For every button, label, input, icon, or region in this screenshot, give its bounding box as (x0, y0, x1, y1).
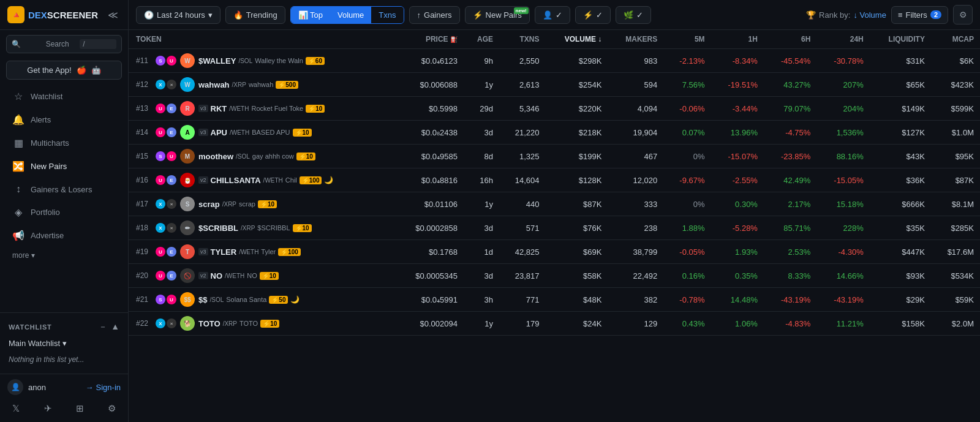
token-6h: 42.49% (764, 168, 816, 192)
sidebar-item-multicharts[interactable]: ▦ Multicharts (4, 132, 124, 154)
top-volume-txns-group: 📊 Top Volume Txns (290, 6, 404, 24)
token-makers: 12,020 (608, 168, 663, 192)
search-box[interactable]: 🔍 Search / (6, 35, 122, 53)
token-24h: -15.05% (816, 168, 869, 192)
top-button[interactable]: 📊 Top (291, 7, 330, 23)
portfolio-label: Portfolio (31, 208, 60, 217)
token-symbol: $$ (198, 295, 207, 304)
gainers-button[interactable]: ↑ Gainers (409, 6, 460, 24)
table-row[interactable]: #16 UE 🎅 v2 CHILLSANTA /WETH Chil ⚡100 🌙… (129, 168, 980, 192)
moon-icon: 🌙 (324, 176, 333, 184)
settings-icon[interactable]: ⚙ (104, 400, 121, 417)
sidebar-item-alerts[interactable]: 🔔 Alerts (4, 108, 124, 131)
more-label: more (12, 251, 29, 260)
table-row[interactable]: #15 SU M moothew /SOL gay ahhh cow ⚡10 $… (129, 145, 980, 168)
table-row[interactable]: #13 UE R v3 RKT /WETH Rocket Fuel Toke ⚡… (129, 97, 980, 121)
token-symbol: RKT (211, 104, 227, 113)
token-liquidity: $149K (870, 97, 931, 121)
sign-in-icon: → (86, 383, 94, 392)
chain-badges: X× (156, 318, 176, 328)
token-mcap: $95K (931, 145, 980, 168)
table-row[interactable]: #14 UE A v3 APU /WETH BASED APU ⚡10 $0.0… (129, 121, 980, 145)
volume-button[interactable]: Volume (330, 7, 371, 23)
new-pairs-badge: new! (514, 7, 529, 14)
more-button[interactable]: more ▾ (4, 247, 124, 263)
table-row[interactable]: #11 SU W $WALLEY /SOL Walley the Waln ⚡6… (129, 49, 980, 73)
table-row[interactable]: #22 X× 🐕 TOTO /XRP TOTO ⚡10 $0.002094 1y… (129, 312, 980, 336)
token-table-container[interactable]: TOKEN PRICE ⛽ AGE TXNS VOLUME MAKERS 5M … (129, 30, 980, 422)
table-row[interactable]: #20 UE 🚫 v2 NO /WETH NO ⚡10 $0.0005345 3… (129, 264, 980, 288)
token-6h: 85.71% (764, 216, 816, 240)
sidebar-item-watchlist[interactable]: ☆ Watchlist (4, 85, 124, 108)
txns-button[interactable]: Txns (371, 7, 403, 23)
token-24h: -30.78% (816, 49, 869, 73)
table-row[interactable]: #12 X× W wahwah /XRP wahwah ⚡500 $0.0060… (129, 73, 980, 97)
watchlist-selector[interactable]: Main Watchlist ▾ (0, 336, 128, 350)
sign-in-button[interactable]: → Sign-in (86, 383, 121, 392)
logo-area[interactable]: 🔺 DEXSCREENER (7, 6, 98, 23)
token-liquidity: $447K (870, 240, 931, 264)
chain-badges: SU (156, 295, 176, 304)
chevron-down-icon: ▾ (31, 251, 35, 260)
sidebar-item-portfolio[interactable]: ◈ Portfolio (4, 201, 124, 224)
col-volume[interactable]: VOLUME (545, 30, 608, 49)
topbar-right: 🏆 Rank by: ↓ Volume ≡ Filters 2 ⚙ (806, 5, 973, 24)
sidebar-item-advertise[interactable]: 📢 Advertise (4, 224, 124, 247)
token-cell: #16 UE 🎅 v2 CHILLSANTA /WETH Chil ⚡100 🌙 (129, 168, 395, 192)
table-row[interactable]: #17 X× S scrap /XRP scrap ⚡10 $0.01106 1… (129, 192, 980, 216)
advertise-icon: 📢 (12, 230, 24, 241)
col-6h: 6H (764, 30, 816, 49)
token-mcap: $8.1M (931, 192, 980, 216)
token-24h: 207% (816, 73, 869, 97)
token-5m: 7.56% (663, 73, 710, 97)
trending-button[interactable]: 🔥 Trending (225, 6, 285, 24)
get-app-button[interactable]: Get the App! 🍎 🤖 (6, 61, 122, 80)
sidebar-collapse-button[interactable]: ≪ (105, 8, 121, 22)
twitter-icon[interactable]: 𝕏 (7, 400, 24, 417)
token-liquidity: $65K (870, 73, 931, 97)
token-price: $0.0₄6123 (395, 49, 464, 73)
rank-number: #20 (136, 271, 152, 280)
version-badge: v2 (198, 176, 208, 184)
token-price: $0.0005345 (395, 264, 464, 288)
token-makers: 382 (608, 288, 663, 312)
rank-number: #12 (136, 80, 152, 89)
rank-value[interactable]: ↓ Volume (853, 10, 886, 20)
rank-number: #16 (136, 176, 152, 184)
chain-badge-uni: U (156, 247, 165, 257)
profile-button[interactable]: 👤 ✓ (535, 6, 570, 24)
token-full-name: BASED APU (252, 129, 290, 136)
token-mcap: $423K (931, 73, 980, 97)
token-txns: 5,346 (499, 97, 545, 121)
telegram-icon[interactable]: ✈ (39, 400, 56, 417)
token-6h: -43.19% (764, 288, 816, 312)
flash-button[interactable]: ⚡ ✓ (575, 6, 611, 24)
discord-icon[interactable]: ⊞ (72, 400, 89, 417)
token-full-name: scrap (239, 200, 255, 208)
filters-button[interactable]: ≡ Filters 2 (891, 6, 948, 24)
version-badge: v2 (198, 272, 208, 279)
chain-badge-weth: E (167, 247, 176, 257)
table-row[interactable]: #21 SU $$ $$ /SOL Solana Santa ⚡50 🌙 $0.… (129, 288, 980, 312)
fire-icon: 🔥 (233, 10, 243, 20)
watchlist-minus-button[interactable]: － (99, 322, 107, 333)
table-row[interactable]: #18 X× ✏ $SCRIBBL /XRP $SCRIBBL ⚡10 $0.0… (129, 216, 980, 240)
watchlist-up-button[interactable]: ▲ (111, 322, 119, 333)
apple-icon: 🍎 (77, 66, 86, 75)
col-txns: TXNS (499, 30, 545, 49)
settings-button[interactable]: ⚙ (953, 5, 973, 24)
token-cell: #15 SU M moothew /SOL gay ahhh cow ⚡10 (129, 145, 395, 168)
arrow-up-icon: ↑ (417, 10, 421, 20)
sidebar-item-new-pairs[interactable]: 🔀 New Pairs (4, 155, 124, 178)
token-age: 3d (464, 264, 499, 288)
filters-count-badge: 2 (930, 10, 941, 19)
token-5m: 0.16% (663, 264, 710, 288)
sidebar-item-gainers-losers[interactable]: ↕ Gainers & Losers (4, 178, 124, 200)
leaf-button[interactable]: 🌿 ✓ (616, 6, 651, 24)
user-name: anon (28, 383, 46, 392)
rank-number: #19 (136, 247, 152, 256)
last-24h-button[interactable]: 🕐 Last 24 hours ▾ (136, 6, 221, 24)
token-volume: $76K (545, 216, 608, 240)
table-row[interactable]: #19 UE T v3 TYLER /WETH Tyler ⚡100 $0.17… (129, 240, 980, 264)
watchlist-icon: ☆ (12, 91, 24, 102)
